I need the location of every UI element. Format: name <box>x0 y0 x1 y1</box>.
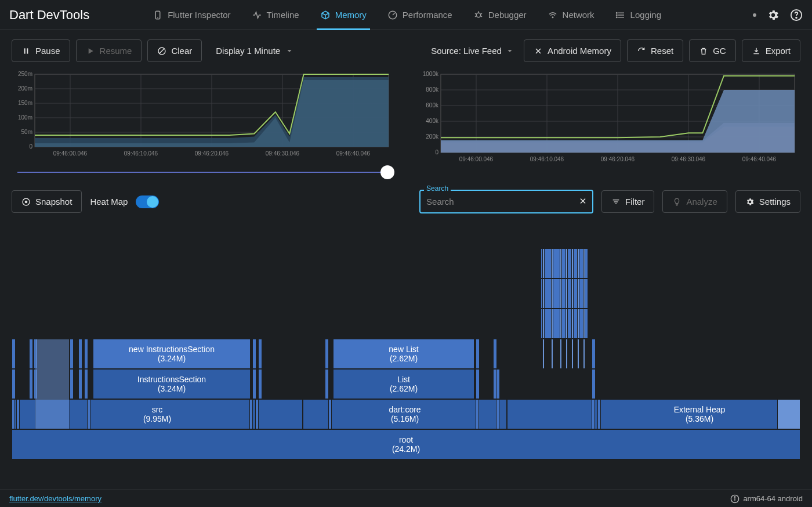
help-icon[interactable] <box>790 9 803 21</box>
flame-sliver[interactable] <box>592 399 595 429</box>
tab-performance[interactable]: Performance <box>377 0 463 30</box>
flame-sliver[interactable] <box>12 369 16 399</box>
flame-sliver[interactable] <box>255 399 259 429</box>
flame-sliver[interactable] <box>35 339 70 429</box>
clear-button[interactable]: Clear <box>147 39 202 62</box>
flame-sliver[interactable] <box>249 399 253 429</box>
flame-sliver[interactable] <box>12 339 16 369</box>
flame-sliver[interactable] <box>566 339 568 369</box>
footer-link[interactable]: flutter.dev/devtools/memory <box>9 494 102 503</box>
flame-sliver[interactable] <box>551 248 553 278</box>
flame-sliver[interactable] <box>496 369 500 399</box>
flame-sliver[interactable] <box>571 339 574 369</box>
flame-sliver[interactable] <box>551 309 553 339</box>
slider-thumb[interactable] <box>380 165 394 179</box>
tab-flutter-inspector[interactable]: Flutter Inspector <box>142 0 241 30</box>
tab-network[interactable]: Network <box>537 0 605 30</box>
flame-tower[interactable] <box>541 278 588 309</box>
flame-sliver[interactable] <box>252 339 256 369</box>
android-memory-button[interactable]: Android Memory <box>524 39 621 62</box>
tab-memory[interactable]: Memory <box>310 0 377 30</box>
resume-button[interactable]: Resume <box>76 39 142 62</box>
flame-sliver[interactable] <box>583 339 585 369</box>
snapshot-button[interactable]: Snapshot <box>12 190 82 213</box>
flame-sliver[interactable] <box>476 399 479 429</box>
flame-sliver[interactable] <box>597 399 601 429</box>
flame-sliver[interactable] <box>78 369 82 399</box>
flame-sliver[interactable] <box>16 399 20 429</box>
flame-block[interactable]: List(2.62M) <box>333 369 474 399</box>
close-icon[interactable] <box>578 196 588 207</box>
chart-svg-right[interactable]: 0200k400k600k800k1000k09:46:00.04609:46:… <box>418 71 800 164</box>
flame-sliver[interactable] <box>328 399 332 429</box>
flame-sliver[interactable] <box>84 369 88 399</box>
gc-button[interactable]: GC <box>689 39 736 62</box>
heatmap-toggle[interactable] <box>136 195 159 208</box>
flame-block[interactable]: new InstructionsSection(3.24M) <box>93 339 251 369</box>
flame-sliver[interactable] <box>542 248 545 278</box>
export-button[interactable]: Export <box>742 39 800 62</box>
reset-button[interactable]: Reset <box>627 39 683 62</box>
flame-sliver[interactable] <box>551 339 553 369</box>
flame-sliver[interactable] <box>566 248 568 278</box>
flame-sliver[interactable] <box>496 399 499 429</box>
chart-svg-left[interactable]: 050m100m150m200m250m09:46:00.04609:46:10… <box>12 71 394 158</box>
settings-button[interactable]: Settings <box>735 190 800 213</box>
flame-sliver[interactable] <box>258 339 262 369</box>
analyze-button[interactable]: Analyze <box>662 190 727 213</box>
flame-sliver[interactable] <box>542 339 545 369</box>
flame-sliver[interactable] <box>560 248 562 278</box>
search-input[interactable] <box>419 190 593 213</box>
flame-sliver[interactable] <box>577 309 579 339</box>
flame-sliver[interactable] <box>476 339 480 369</box>
flame-sliver[interactable] <box>252 369 256 399</box>
tab-timeline[interactable]: Timeline <box>241 0 310 30</box>
flame-sliver[interactable] <box>542 278 545 309</box>
flame-sliver[interactable] <box>583 248 585 278</box>
flame-sliver[interactable] <box>325 339 329 369</box>
flame-sliver[interactable] <box>493 339 497 369</box>
flame-sliver[interactable] <box>592 369 596 399</box>
flame-sliver[interactable] <box>560 309 562 339</box>
flame-sliver[interactable] <box>476 369 480 399</box>
flame-sliver[interactable] <box>325 369 329 399</box>
flame-sliver[interactable] <box>566 278 568 309</box>
source-dropdown[interactable]: Source: Live Feed <box>431 46 513 56</box>
flame-block[interactable] <box>507 399 599 429</box>
flame-sliver[interactable] <box>571 248 574 278</box>
tab-logging[interactable]: Logging <box>605 0 672 30</box>
flame-block[interactable]: InstructionsSection(3.24M) <box>93 369 251 399</box>
flame-sliver[interactable] <box>70 369 74 399</box>
flame-sliver[interactable] <box>78 339 82 369</box>
flame-sliver[interactable] <box>583 278 585 309</box>
filter-button[interactable]: Filter <box>601 190 654 213</box>
flame-sliver[interactable] <box>566 309 568 339</box>
flame-sliver[interactable] <box>87 399 90 429</box>
flame-sliver[interactable] <box>577 248 579 278</box>
flame-sliver[interactable] <box>12 399 15 429</box>
gear-icon[interactable] <box>767 9 780 21</box>
time-slider[interactable] <box>12 165 394 179</box>
flame-tower[interactable] <box>541 309 588 339</box>
flame-sliver[interactable] <box>571 278 574 309</box>
flame-sliver[interactable] <box>571 309 574 339</box>
flame-sliver[interactable] <box>577 278 579 309</box>
flame-sliver[interactable] <box>84 339 88 369</box>
flame-sliver[interactable] <box>577 339 579 369</box>
flame-sliver[interactable] <box>29 369 33 399</box>
flame-sliver[interactable] <box>560 339 562 369</box>
flame-tower[interactable] <box>541 248 588 278</box>
tab-debugger[interactable]: Debugger <box>463 0 537 30</box>
flame-sliver[interactable] <box>258 369 262 399</box>
flame-sliver[interactable] <box>542 309 545 339</box>
flame-sliver[interactable] <box>583 309 585 339</box>
pause-button[interactable]: Pause <box>12 39 70 62</box>
flame-sliver[interactable] <box>551 278 553 309</box>
flame-sliver[interactable] <box>70 339 74 369</box>
flame-sliver[interactable] <box>29 339 33 369</box>
flame-block[interactable]: new List(2.62M) <box>333 339 474 369</box>
flame-block[interactable]: External Heap(5.36M) <box>599 399 800 429</box>
flame-root[interactable]: root(24.2M) <box>12 429 800 459</box>
display-dropdown[interactable]: Display 1 Minute <box>208 40 301 61</box>
flame-sliver[interactable] <box>777 399 800 429</box>
